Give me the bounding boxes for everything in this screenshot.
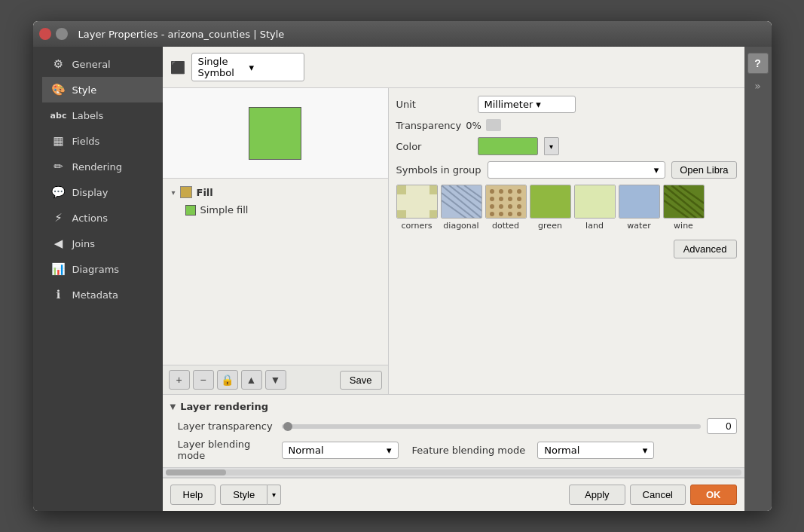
layer-transparency-value[interactable]: 0 [707,418,737,434]
sidebar-item-fields[interactable]: ▦ Fields [42,128,163,154]
sidebar-item-general[interactable]: ⚙ General [42,51,163,77]
symbols-group-input[interactable]: ▾ [488,161,666,179]
save-button[interactable]: Save [340,371,382,390]
labels-icon: abc [51,108,66,123]
symbol-cell-corners[interactable]: corners [396,185,438,231]
symbol-cell-dotted[interactable]: dotted [485,185,527,231]
move-up-button[interactable]: ▲ [241,370,262,390]
tree-item-fill[interactable]: ▾ Fill [163,183,388,201]
svg-rect-29 [530,185,571,219]
unit-value: Millimeter [485,99,533,110]
layer-rendering-header[interactable]: ▼ Layer rendering [170,401,737,412]
help-icon-button[interactable]: ? [747,53,769,74]
symbol-type-value: Single Symbol [198,56,246,78]
transparency-slider[interactable] [486,119,501,131]
sidebar-label-display: Display [72,187,109,198]
color-label: Color [396,141,472,152]
footer: Help Style ▾ Apply Cancel OK [163,478,744,511]
horizontal-scrollbar[interactable] [163,467,744,478]
rendering-icon: ✏ [51,159,66,174]
ok-button[interactable]: OK [690,485,737,505]
layer-transparency-slider[interactable] [282,424,701,429]
display-icon: 💬 [51,185,66,200]
sidebar-label-metadata: Metadata [72,289,119,301]
style-button-group: Style ▾ [220,485,281,505]
svg-point-25 [490,212,494,216]
symbol-cell-wine[interactable]: wine [663,185,705,231]
tree-item-simple-fill[interactable]: Simple fill [163,201,388,219]
fields-icon: ▦ [51,133,66,148]
symbol-cell-land[interactable]: land [574,185,616,231]
symbol-name-green: green [538,221,562,231]
sidebar-item-actions[interactable]: ⚡ Actions [42,205,163,231]
sidebar-item-joins[interactable]: ◀ Joins [42,231,163,256]
sidebar-item-diagrams[interactable]: 📊 Diagrams [42,256,163,282]
cancel-button[interactable]: Cancel [630,485,686,505]
svg-point-13 [490,189,494,194]
svg-point-28 [517,212,521,216]
layer-rendering-section: ▼ Layer rendering Layer transparency 0 [163,394,744,467]
help-button[interactable]: Help [170,485,216,505]
content-area: ▾ Fill Simple fill + − 🔒 ▲ [163,88,744,394]
sidebar-label-joins: Joins [72,238,95,249]
joins-icon: ◀ [51,236,66,251]
tree-expand-arrow-icon: ▾ [172,188,176,197]
diagrams-icon: 📊 [51,261,66,277]
style-arrow-button[interactable]: ▾ [267,485,281,505]
color-button[interactable] [478,137,538,155]
advanced-button[interactable]: Advanced [674,240,737,258]
symbol-cell-green[interactable]: green [530,185,571,231]
footer-right: Apply Cancel OK [569,485,737,505]
apply-button[interactable]: Apply [569,485,625,505]
svg-point-18 [499,197,503,201]
svg-point-19 [508,197,512,201]
sidebar: ⚙ General 🎨 Style abc Labels ▦ Fields ✏ … [42,47,163,511]
svg-point-16 [517,189,521,194]
symbols-group-arrow-icon: ▾ [654,164,659,176]
more-icon: » [754,80,761,92]
svg-point-20 [517,197,521,201]
layer-blending-row: Layer blending mode Normal ▾ Feature ble… [178,439,737,461]
layer-rendering-title: Layer rendering [180,401,268,412]
lock-symbol-button[interactable]: 🔒 [217,370,238,390]
unit-select[interactable]: Millimeter ▾ [478,96,576,113]
layer-blend-select[interactable]: Normal ▾ [282,442,399,459]
scroll-track [166,469,741,475]
sidebar-item-rendering[interactable]: ✏ Rendering [42,154,163,179]
symbol-swatch-dotted [485,185,527,219]
svg-point-21 [490,204,494,209]
move-down-button[interactable]: ▼ [265,370,286,390]
minimize-button[interactable] [56,28,68,40]
sidebar-label-fields: Fields [72,136,100,147]
sidebar-item-style[interactable]: 🎨 Style [42,77,163,102]
transparency-percent: 0% [466,120,481,131]
feature-blend-arrow-icon: ▾ [643,445,648,456]
svg-rect-3 [397,210,406,219]
feature-blend-select[interactable]: Normal ▾ [537,442,654,459]
simple-fill-icon [185,205,196,216]
unit-row: Unit Millimeter ▾ [396,96,737,113]
close-button[interactable] [39,28,51,40]
remove-symbol-button[interactable]: − [193,370,214,390]
symbol-preview [249,107,301,160]
symbol-cell-water[interactable]: water [619,185,660,231]
sidebar-label-general: General [72,59,111,70]
symbol-cell-diagonal[interactable]: diagonal [441,185,482,231]
layer-blend-value: Normal [289,445,324,456]
symbol-name-land: land [585,221,604,231]
symbol-name-wine: wine [674,221,693,231]
add-symbol-button[interactable]: + [169,370,190,390]
blend-arrow-icon: ▾ [387,445,392,456]
symbol-toolbar: + − 🔒 ▲ ▼ Save [163,365,388,394]
svg-point-27 [508,212,512,216]
symbol-type-select[interactable]: Single Symbol ▾ [191,53,304,81]
scroll-thumb[interactable] [166,469,226,475]
sidebar-item-metadata[interactable]: ℹ Metadata [42,282,163,307]
open-library-button[interactable]: Open Libra [671,161,736,179]
color-arrow-button[interactable]: ▾ [544,137,559,155]
sidebar-item-display[interactable]: 💬 Display [42,179,163,205]
sidebar-item-labels[interactable]: abc Labels [42,102,163,128]
style-button[interactable]: Style [220,485,267,505]
symbol-name-dotted: dotted [492,221,519,231]
unit-label: Unit [396,99,472,110]
